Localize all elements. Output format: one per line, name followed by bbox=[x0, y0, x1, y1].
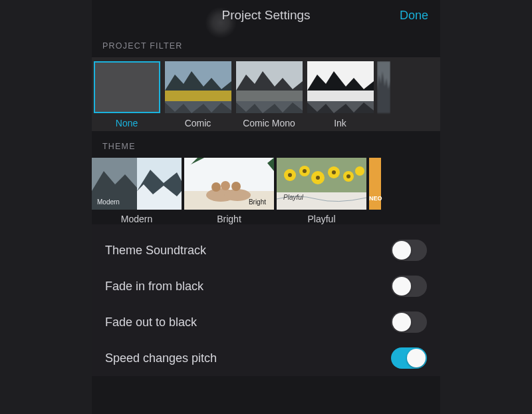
toggle-fade-in[interactable] bbox=[391, 276, 427, 297]
svg-rect-1 bbox=[165, 91, 231, 101]
mountain-icon bbox=[307, 61, 374, 113]
filter-label-comic-mono: Comic Mono bbox=[235, 118, 303, 128]
page-title: Project Settings bbox=[92, 8, 440, 23]
filter-label-ink: Ink bbox=[306, 118, 374, 128]
svg-point-32 bbox=[346, 174, 350, 178]
toggle-label-fade-in: Fade in from black bbox=[105, 280, 203, 294]
toggle-row-soundtrack: Theme Soundtrack bbox=[105, 232, 427, 268]
filter-thumb-comic bbox=[165, 61, 231, 113]
svg-rect-7 bbox=[307, 91, 374, 101]
svg-point-27 bbox=[355, 166, 364, 176]
svg-point-29 bbox=[303, 169, 307, 173]
mountain-icon bbox=[165, 61, 231, 113]
toggle-label-fade-out: Fade out to black bbox=[105, 315, 197, 329]
done-button[interactable]: Done bbox=[400, 9, 428, 23]
svg-point-28 bbox=[288, 173, 292, 177]
svg-point-17 bbox=[211, 182, 221, 192]
toggle-label-speed-pitch: Speed changes pitch bbox=[105, 351, 217, 365]
theme-item-playful[interactable]: Playful Playful bbox=[277, 158, 366, 224]
flowers-icon bbox=[277, 158, 366, 210]
theme-thumb-modern: Modern bbox=[92, 158, 182, 210]
toggle-list: Theme Soundtrack Fade in from black Fade… bbox=[92, 224, 440, 376]
svg-point-19 bbox=[231, 182, 241, 191]
theme-overlay-bright: Bright bbox=[249, 198, 266, 206]
filter-item-ink[interactable]: Ink bbox=[306, 61, 374, 128]
filter-thumb-ink bbox=[307, 61, 374, 113]
theme-thumb-playful: Playful bbox=[277, 158, 366, 210]
mountain-icon bbox=[377, 61, 390, 113]
mountain-icon bbox=[236, 61, 303, 113]
theme-strip[interactable]: Modern Modern Bright Bright bbox=[92, 158, 440, 224]
theme-overlay-neon: NEO bbox=[369, 195, 382, 202]
settings-panel: Project Settings Done Project Filter Non… bbox=[92, 0, 440, 414]
theme-label-bright: Bright bbox=[184, 214, 274, 224]
filter-item-overflow[interactable] bbox=[377, 61, 390, 128]
theme-overlay-playful: Playful bbox=[283, 194, 303, 201]
filter-item-comic[interactable]: Comic bbox=[164, 61, 232, 128]
filter-thumb-overflow bbox=[377, 61, 390, 113]
filter-item-none[interactable]: None bbox=[92, 61, 161, 128]
theme-section-label: Theme bbox=[92, 131, 440, 158]
toggle-label-soundtrack: Theme Soundtrack bbox=[105, 244, 206, 258]
svg-point-30 bbox=[316, 176, 320, 180]
toggle-soundtrack[interactable] bbox=[391, 240, 427, 261]
svg-rect-4 bbox=[236, 91, 303, 101]
theme-overlay-modern: Modern bbox=[97, 198, 120, 206]
svg-point-31 bbox=[332, 170, 336, 174]
filter-strip[interactable]: None Comic bbox=[92, 57, 440, 131]
toggle-row-fade-out: Fade out to black bbox=[105, 304, 427, 340]
header-bar: Project Settings Done bbox=[92, 0, 440, 31]
theme-label-modern: Modern bbox=[92, 214, 182, 224]
theme-label-playful: Playful bbox=[277, 214, 366, 224]
svg-point-18 bbox=[221, 181, 230, 190]
theme-item-modern[interactable]: Modern Modern bbox=[92, 158, 182, 224]
filter-thumb-comic-mono bbox=[236, 61, 303, 113]
toggle-row-speed-pitch: Speed changes pitch bbox=[105, 340, 427, 376]
theme-item-neon[interactable]: NEO bbox=[369, 158, 382, 224]
theme-thumb-neon: NEO bbox=[369, 158, 381, 210]
toggle-fade-out[interactable] bbox=[391, 311, 427, 333]
theme-thumb-bright: Bright bbox=[184, 158, 274, 210]
filter-label-comic: Comic bbox=[164, 118, 232, 128]
filter-thumb-none bbox=[94, 61, 160, 113]
toggle-speed-pitch[interactable] bbox=[391, 347, 427, 369]
filter-item-comic-mono[interactable]: Comic Mono bbox=[235, 61, 303, 128]
filter-label-none: None bbox=[92, 118, 161, 128]
filter-section-label: Project Filter bbox=[92, 31, 440, 57]
toggle-row-fade-in: Fade in from black bbox=[105, 268, 427, 304]
theme-item-bright[interactable]: Bright Bright bbox=[184, 158, 274, 224]
